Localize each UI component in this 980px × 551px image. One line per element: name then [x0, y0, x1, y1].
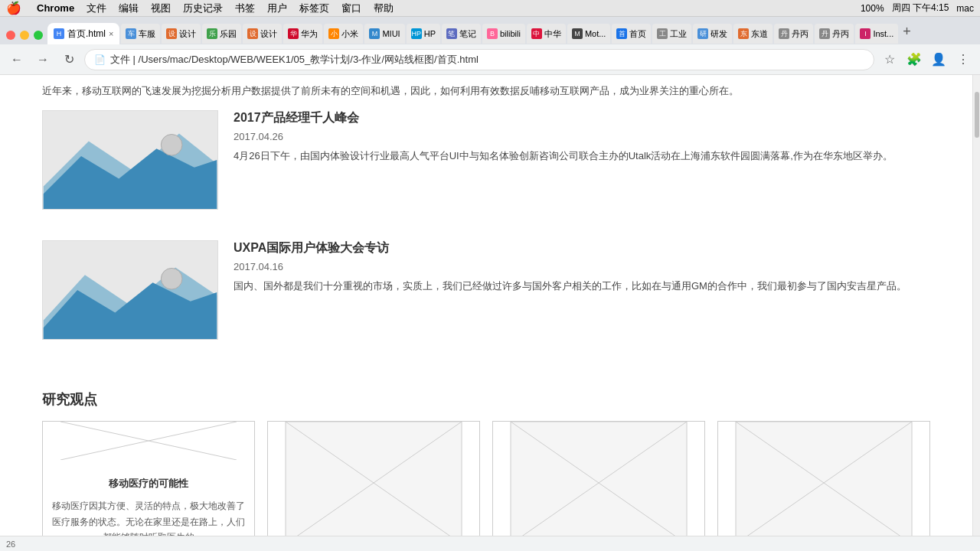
tab-item[interactable]: 设设计 [162, 24, 201, 44]
scrollbar-thumb[interactable] [975, 92, 979, 138]
nav-right-buttons: ☆ 🧩 👤 ⋮ [879, 49, 974, 70]
research-cards: 移动医疗的可能性 移动医疗因其方便、灵活的特点，极大地改善了医疗服务的状态。无论… [42, 421, 930, 536]
svg-point-3 [161, 135, 182, 156]
datetime: 周四 下午4:15 [892, 2, 949, 15]
research-section-title: 研究观点 [42, 390, 930, 409]
tab-item[interactable]: 丹丹丙 [815, 24, 854, 44]
tab-item[interactable]: 乐乐园 [202, 24, 241, 44]
svg-rect-12 [286, 422, 462, 536]
research-card-4 [717, 421, 930, 536]
article-date-2: 2017.04.16 [234, 261, 930, 272]
scrollbar[interactable] [972, 75, 980, 536]
menu-dots-button[interactable]: ⋮ [952, 49, 974, 70]
article-desc-2: 国内、国外都是我们十分重视的市场，实质上，我们已经做过许多与国外客户相关的工作，… [234, 279, 930, 295]
close-button[interactable] [6, 31, 15, 40]
menu-window[interactable]: 窗口 [341, 2, 361, 15]
tab-close-icon[interactable]: × [109, 29, 113, 38]
tab-item[interactable]: 华华为 [283, 24, 322, 44]
article-image-2 [42, 240, 218, 340]
page-inner: 近年来，移动互联网的飞速发展为挖掘分析用户数据提供了前所未有的空间和机遇，因此，… [27, 75, 946, 536]
tab-item[interactable]: 小小米 [324, 24, 363, 44]
profile-button[interactable]: 👤 [928, 49, 949, 70]
bookmark-tabs: H 首页.html × 车车服 设设计 乐乐园 设设计 华华为 小小米 MMIU… [47, 23, 898, 44]
wireframe-image-mountains [43, 111, 217, 209]
intro-paragraph: 近年来，移动互联网的飞速发展为挖掘分析用户数据提供了前所未有的空间和机遇，因此，… [42, 83, 930, 99]
tab-item[interactable]: 研研发 [693, 24, 732, 44]
tab-item[interactable]: 设设计 [243, 24, 282, 44]
maximize-button[interactable] [34, 31, 43, 40]
username: mac [956, 3, 974, 14]
zoom-status: 26 [6, 540, 15, 549]
menu-help[interactable]: 帮助 [374, 2, 394, 15]
tab-item[interactable]: 工工业 [652, 24, 691, 44]
tab-item[interactable]: 中中华 [527, 24, 566, 44]
status-bar: 26 [0, 536, 980, 551]
chrome-window: H 首页.html × 车车服 设设计 乐乐园 设设计 华华为 小小米 MMIU… [0, 17, 980, 551]
tab-item[interactable]: 首首页 [612, 24, 651, 44]
address-lock-icon: 📄 [94, 54, 106, 65]
article-desc-1: 4月26日下午，由国内体验设计行业最高人气平台UI中与知名体验创新咨询公司联合主… [234, 148, 930, 165]
zoom-level: 100% [861, 3, 884, 14]
article-text-2: UXPA国际用户体验大会专访 2017.04.16 国内、国外都是我们十分重视的… [234, 240, 930, 340]
tab-item[interactable]: MMot... [567, 24, 611, 44]
tab-item[interactable]: 笔笔记 [442, 24, 481, 44]
menu-bookmarks[interactable]: 书签 [235, 2, 255, 15]
tab-item[interactable]: IInst... [855, 24, 898, 44]
research-card-3 [492, 421, 705, 536]
tab-item[interactable]: 丹丹丙 [774, 24, 813, 44]
wireframe-image-mountains-2 [43, 241, 217, 339]
page-content: 近年来，移动互联网的飞速发展为挖掘分析用户数据提供了前所未有的空间和机遇，因此，… [0, 75, 980, 536]
menu-file[interactable]: 文件 [87, 2, 106, 15]
back-button[interactable]: ← [6, 49, 28, 70]
article-date-1: 2017.04.26 [234, 131, 930, 142]
menu-user[interactable]: 用户 [267, 2, 287, 15]
address-text: 文件 | /Users/mac/Desktop/WEB/WEEK1/05_教学计… [110, 53, 864, 67]
tab-label: 首页.html [67, 28, 106, 41]
menu-history[interactable]: 历史记录 [183, 2, 223, 15]
forward-button[interactable]: → [32, 49, 54, 70]
research-section: 研究观点 移动医疗的可能性 移动医疗因其方便、灵活的特点， [27, 378, 946, 536]
cross-box-2 [268, 422, 479, 536]
research-card-2 [267, 421, 480, 536]
apple-menu[interactable]: 🍎 [6, 1, 21, 15]
bookmark-star-button[interactable]: ☆ [879, 49, 900, 70]
intro-text: 近年来，移动互联网的飞速发展为挖掘分析用户数据提供了前所未有的空间和机遇，因此，… [27, 75, 946, 103]
nav-bar: ← → ↻ 📄 文件 | /Users/mac/Desktop/WEB/WEEK… [0, 44, 980, 75]
menu-view[interactable]: 视图 [151, 2, 171, 15]
articles-section: 2017产品经理千人峰会 2017.04.26 4月26日下午，由国内体验设计行… [27, 103, 946, 378]
tab-favicon: H [54, 28, 64, 39]
card-1-content: 移动医疗的可能性 移动医疗因其方便、灵活的特点，极大地改善了医疗服务的状态。无论… [43, 460, 254, 536]
menu-tabs[interactable]: 标签页 [299, 2, 329, 15]
new-tab-button[interactable]: + [903, 24, 911, 40]
article-item: 2017产品经理千人峰会 2017.04.26 4月26日下午，由国内体验设计行… [42, 110, 930, 225]
svg-point-7 [161, 269, 182, 290]
svg-rect-15 [511, 422, 687, 536]
cross-box-4 [718, 422, 929, 536]
traffic-lights [6, 31, 43, 40]
tab-item[interactable]: 东东道 [733, 24, 773, 44]
tab-bar: H 首页.html × 车车服 设设计 乐乐园 设设计 华华为 小小米 MMIU… [0, 17, 980, 44]
article-text-1: 2017产品经理千人峰会 2017.04.26 4月26日下午，由国内体验设计行… [234, 110, 930, 210]
menubar-right: 100% 周四 下午4:15 mac [861, 2, 974, 15]
mac-menubar: 🍎 Chrome 文件 编辑 视图 历史记录 书签 用户 标签页 窗口 帮助 1… [0, 0, 980, 17]
reload-button[interactable]: ↻ [58, 49, 80, 70]
extension-button[interactable]: 🧩 [903, 49, 925, 70]
active-tab[interactable]: H 首页.html × [47, 23, 119, 44]
research-card-1: 移动医疗的可能性 移动医疗因其方便、灵活的特点，极大地改善了医疗服务的状态。无论… [42, 421, 255, 536]
tab-item[interactable]: Bbilibili [482, 24, 525, 44]
article-title-1: 2017产品经理千人峰会 [234, 110, 930, 126]
tab-item[interactable]: HPHP [407, 24, 440, 44]
app-name[interactable]: Chrome [37, 2, 74, 14]
tab-item[interactable]: 车车服 [121, 24, 160, 44]
tab-item[interactable]: MMIUI [364, 24, 404, 44]
cross-box-3 [493, 422, 704, 536]
article-title-2: UXPA国际用户体验大会专访 [234, 240, 930, 256]
article-item: UXPA国际用户体验大会专访 2017.04.16 国内、国外都是我们十分重视的… [42, 240, 930, 355]
card-1-title: 移动医疗的可能性 [52, 475, 245, 492]
svg-rect-18 [736, 422, 912, 536]
address-bar[interactable]: 📄 文件 | /Users/mac/Desktop/WEB/WEEK1/05_教… [84, 49, 874, 70]
card-1-desc: 移动医疗因其方便、灵活的特点，极大地改善了医疗服务的状态。无论在家里还是在路上，… [52, 498, 245, 536]
menu-edit[interactable]: 编辑 [119, 2, 139, 15]
article-image-1 [42, 110, 218, 210]
minimize-button[interactable] [20, 31, 29, 40]
